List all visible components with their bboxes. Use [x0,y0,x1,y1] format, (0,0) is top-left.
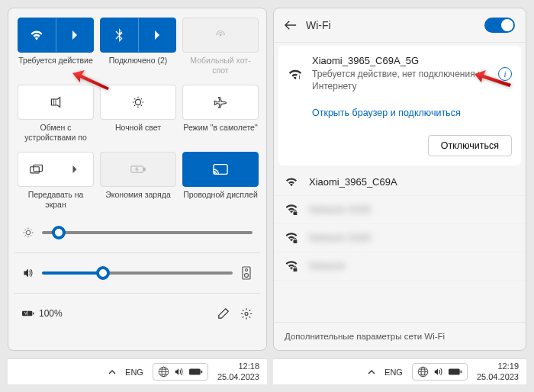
tile-row-3: Передавать на экран Экономия заряда Пров… [18,152,257,211]
network-item[interactable]: Network SSID [274,196,526,224]
network-name: Xiaomi_3965_C69A_5G [312,55,489,66]
network-tray-icon [417,366,429,378]
wifi-icon [285,176,300,187]
svg-rect-19 [293,268,297,272]
wifi-toggle[interactable] [484,18,515,33]
airplane-mode-tile[interactable] [182,85,259,120]
svg-point-0 [220,34,222,37]
wifi-header: Wi-Fi [274,8,526,43]
project-tile[interactable] [18,152,94,187]
wifi-title: Wi-Fi [306,19,475,31]
taskbar-right: ENG 12:19 25.04.2023 [273,358,526,384]
cast-tile[interactable] [182,152,259,187]
language-indicator[interactable]: ENG [384,368,403,377]
wifi-locked-icon [285,204,300,216]
chevron-right-icon[interactable] [139,18,176,52]
edit-icon[interactable] [217,307,230,320]
system-tray[interactable] [153,363,208,381]
battery-saver-label: Экономия заряда [105,190,170,211]
annotation-arrow [72,69,111,92]
svg-rect-23 [201,371,202,373]
disconnect-button[interactable]: Отключиться [428,135,512,156]
nearby-share-label: Обмен с устройствами по [18,123,94,144]
back-icon[interactable] [285,19,297,31]
language-indicator[interactable]: ENG [125,368,143,377]
network-status: Требуется действие, нет подключения к Ин… [312,68,489,92]
project-label: Передавать на экран [18,190,94,211]
svg-rect-2 [31,167,39,173]
quick-settings-panel: Требуется действие Подключено (2) Мобиль… [8,8,267,351]
quick-settings-footer: 100% [18,307,257,320]
hotspot-tile[interactable] [182,18,259,53]
system-tray[interactable] [412,363,468,381]
network-item[interactable]: Network SSID [274,224,526,252]
audio-output-icon[interactable] [240,267,253,279]
wifi-locked-icon [285,232,300,244]
svg-point-11 [245,274,249,278]
tray-chevron-icon[interactable] [108,369,116,375]
tray-chevron-icon[interactable] [368,369,375,375]
battery-saver-tile[interactable] [100,152,176,187]
svg-text:!: ! [298,75,300,80]
night-light-label: Ночной свет [115,123,161,144]
chevron-right-icon[interactable] [56,18,94,52]
svg-rect-5 [144,168,146,170]
tile-row-1: Требуется действие Подключено (2) Мобиль… [18,18,257,77]
volume-tray-icon [174,367,185,377]
volume-slider[interactable] [18,267,257,279]
speaker-icon [22,267,34,279]
battery-tray-icon [189,368,203,376]
network-name: Network SSID [309,204,372,215]
current-network[interactable]: ! Xiaomi_3965_C69A_5G Требуется действие… [278,46,521,165]
svg-rect-3 [34,165,42,171]
airplane-mode-label: Режим "в самолете" [183,123,257,144]
network-item[interactable]: Network [274,252,526,281]
chevron-right-icon[interactable] [56,153,94,186]
svg-rect-26 [449,368,460,374]
wifi-locked-icon [285,260,300,272]
cast-label: Проводной дисплей [183,190,258,211]
svg-rect-27 [460,371,462,373]
hotspot-tile-label: Мобильный хот-спот [182,56,259,77]
battery-percentage: 100% [39,308,63,319]
bluetooth-tile[interactable] [100,18,176,53]
svg-point-14 [245,312,248,315]
tile-row-2: Обмен с устройствами по Ночной свет Режи… [18,85,257,144]
brightness-icon [22,227,34,239]
wifi-panel: Wi-Fi ! Xiaomi_3965_C69A_5G Требуется де… [273,8,526,351]
bluetooth-tile-label: Подключено (2) [109,56,167,77]
network-name: Network SSID [309,232,372,243]
settings-icon[interactable] [240,307,253,320]
svg-point-1 [135,99,140,104]
network-tray-icon [158,366,169,378]
wifi-tile[interactable] [18,18,94,53]
network-item[interactable]: Xiaomi_3965_C69A [274,169,526,196]
brightness-slider[interactable] [18,227,257,239]
network-name: Network [309,260,346,272]
svg-rect-18 [293,240,297,243]
svg-point-7 [214,172,215,174]
network-list: Xiaomi_3965_C69A Network SSID Network SS… [274,169,526,281]
svg-rect-17 [293,212,297,215]
more-wifi-settings[interactable]: Дополнительные параметры сети Wi-Fi [274,322,526,350]
divider [14,293,260,294]
open-browser-link[interactable]: Открыть браузер и подключиться [312,108,461,118]
divider [14,252,260,253]
clock[interactable]: 12:18 25.04.2023 [217,361,259,381]
svg-point-8 [26,230,31,235]
annotation-arrow [474,70,513,88]
svg-rect-13 [33,313,34,315]
night-light-tile[interactable] [100,85,176,120]
volume-tray-icon [433,367,444,377]
network-name: Xiaomi_3965_C69A [309,176,397,188]
svg-point-10 [246,269,248,272]
clock[interactable]: 12:19 25.04.2023 [477,361,519,381]
wifi-warning-icon: ! [288,67,303,81]
battery-tray-icon [449,368,462,376]
svg-rect-22 [189,368,201,374]
battery-icon [22,307,34,320]
taskbar-left: ENG 12:18 25.04.2023 [8,358,267,384]
